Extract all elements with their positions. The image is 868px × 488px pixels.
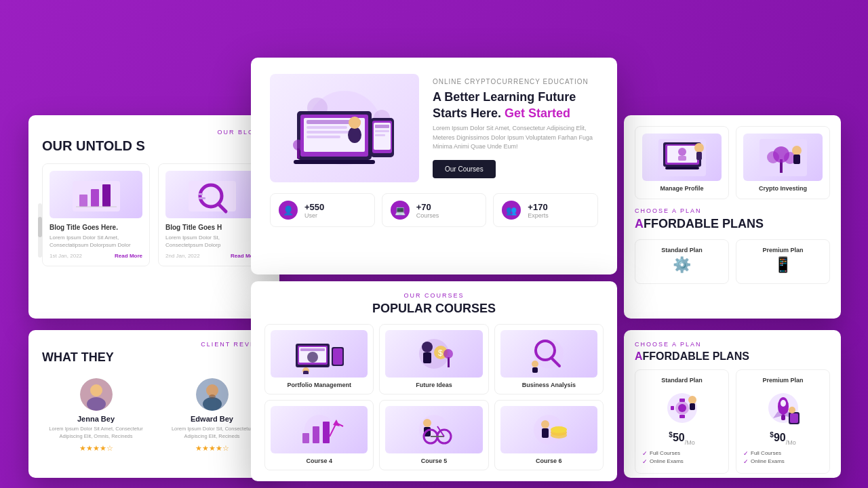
hero-title: A Better Learning Future Starts Here. Ge… bbox=[433, 89, 598, 121]
stats-row: 👤 +550 User 💻 +70 Courses 👥 +170 Experts bbox=[251, 193, 617, 235]
hero-text: Online Cryptocurrency Education A Better… bbox=[433, 78, 598, 178]
premium-plan-icon: 📱 bbox=[743, 256, 823, 274]
course-item-1[interactable]: Portfolio Management bbox=[264, 324, 374, 394]
experts-icon: 👥 bbox=[502, 201, 521, 220]
avatar-jenna bbox=[80, 378, 113, 411]
our-courses-button[interactable]: Our Courses bbox=[433, 160, 496, 178]
svg-rect-101 bbox=[690, 403, 695, 410]
crypto-thumb bbox=[743, 134, 823, 181]
svg-rect-15 bbox=[375, 130, 389, 132]
svg-rect-27 bbox=[333, 348, 342, 365]
blog-date-2: 2nd Jan, 2022 bbox=[165, 253, 200, 259]
manage-profile-thumb bbox=[642, 134, 722, 181]
svg-rect-107 bbox=[781, 415, 785, 420]
course-item-5[interactable]: Course 5 bbox=[379, 400, 488, 470]
feature-crypto-investing[interactable]: Crypto Investing bbox=[736, 126, 830, 199]
testimonial-name-1: Jenna Bey bbox=[47, 415, 144, 423]
hero-desc: Lorem Ipsum Dolor Sit Amet, Consectetur … bbox=[433, 124, 598, 152]
scroll-indicator bbox=[38, 203, 42, 258]
svg-rect-68 bbox=[199, 193, 203, 195]
stars-1: ★★★★☆ bbox=[47, 444, 144, 453]
check-icon-1: ✓ bbox=[642, 450, 648, 457]
hero-subtitle: Online Cryptocurrency Education bbox=[433, 78, 598, 85]
testimonials-title: WHAT THEY bbox=[42, 350, 266, 365]
svg-rect-20 bbox=[297, 148, 300, 159]
course-name-1: Portfolio Management bbox=[271, 382, 368, 388]
hero-section: Online Cryptocurrency Education A Better… bbox=[251, 58, 617, 193]
blog-item-1[interactable]: Blog Title Goes Here. Lorem Ipsum Dolor … bbox=[42, 163, 150, 266]
blog-read-1[interactable]: Read More bbox=[115, 253, 142, 259]
scroll-thumb bbox=[38, 217, 42, 237]
pricing-card: CHOOSE A PLAN AFFORDABLE PLANS Standard … bbox=[624, 330, 841, 478]
course-item-3[interactable]: Business Analysis bbox=[494, 324, 604, 394]
premium-plan[interactable]: Premium Plan 📱 bbox=[736, 239, 830, 284]
check-icon-4: ✓ bbox=[743, 458, 749, 465]
svg-point-17 bbox=[348, 127, 361, 143]
blog-thumb-2 bbox=[165, 171, 258, 218]
pricing-standard-name: Standard Plan bbox=[642, 377, 722, 384]
blog-footer-1: 1st Jan, 2022 Read More bbox=[50, 253, 142, 259]
premium-feature-2: ✓ Online Exams bbox=[743, 458, 823, 465]
svg-rect-109 bbox=[790, 413, 798, 423]
hero-title-line1: A Better Learning Future bbox=[433, 90, 576, 104]
svg-rect-44 bbox=[313, 426, 319, 443]
svg-point-25 bbox=[307, 352, 318, 363]
blog-title-1: Blog Title Goes Here. bbox=[50, 224, 142, 231]
blog-desc-2: Lorem Ipsum Dolor St, Consectetpsum Dolo… bbox=[165, 234, 258, 249]
svg-rect-98 bbox=[671, 406, 674, 410]
pricing-premium[interactable]: Premium Plan bbox=[736, 369, 830, 474]
svg-rect-9 bbox=[307, 136, 340, 138]
blog-thumb-1 bbox=[50, 171, 142, 218]
course-name-3: Business Analysis bbox=[500, 382, 597, 388]
course-item-2[interactable]: $ Future Ideas bbox=[379, 324, 488, 394]
svg-point-91 bbox=[792, 146, 802, 155]
standard-feature-1: ✓ Full Courses bbox=[642, 450, 722, 457]
svg-rect-7 bbox=[307, 126, 347, 129]
stat-experts-value: +170 bbox=[528, 202, 549, 212]
svg-point-75 bbox=[203, 397, 222, 411]
svg-rect-29 bbox=[303, 371, 309, 374]
check-icon-3: ✓ bbox=[743, 450, 749, 457]
pricing-premium-price: $90/Mo bbox=[743, 431, 823, 446]
testimonial-name-2: Edward Bey bbox=[163, 415, 260, 423]
standard-feature-2: ✓ Online Exams bbox=[642, 458, 722, 465]
pricing-premium-illus bbox=[743, 388, 823, 428]
course-thumb-4 bbox=[271, 406, 368, 453]
course-thumb-2: $ bbox=[385, 330, 482, 378]
svg-rect-41 bbox=[532, 367, 538, 373]
svg-rect-35 bbox=[448, 357, 450, 367]
blog-grid: Blog Title Goes Here. Lorem Ipsum Dolor … bbox=[42, 163, 266, 266]
svg-rect-14 bbox=[375, 125, 389, 128]
course-item-4[interactable]: Course 4 bbox=[264, 400, 374, 470]
svg-point-31 bbox=[422, 342, 433, 352]
svg-rect-24 bbox=[300, 348, 325, 351]
svg-point-36 bbox=[443, 349, 453, 359]
hero-svg bbox=[277, 81, 412, 176]
standard-plan[interactable]: Standard Plan ⚙️ bbox=[635, 239, 729, 284]
blog-item-2[interactable]: Blog Title Goes H Lorem Ipsum Dolor St, … bbox=[158, 163, 266, 266]
svg-rect-96 bbox=[679, 399, 685, 402]
svg-point-76 bbox=[209, 394, 216, 399]
hero-title-line2: Starts Here. bbox=[433, 106, 501, 120]
testimonial-desc-2: Lorem Ipsum Dolor Sit, Consectetur Adipi… bbox=[163, 426, 260, 440]
svg-rect-85 bbox=[696, 152, 702, 160]
course-item-6[interactable]: Course 6 bbox=[494, 400, 604, 470]
features-grid: Manage Profile Crypto bbox=[635, 126, 830, 199]
stat-courses-value: +70 bbox=[416, 202, 439, 212]
feature-name-crypto: Crypto Investing bbox=[743, 185, 823, 192]
svg-rect-56 bbox=[542, 428, 549, 438]
svg-point-72 bbox=[87, 397, 106, 411]
stat-users-value: +550 bbox=[304, 202, 324, 212]
svg-point-110 bbox=[789, 407, 795, 413]
stat-courses: 💻 +70 Courses bbox=[382, 193, 487, 227]
svg-rect-61 bbox=[79, 195, 87, 207]
svg-rect-43 bbox=[302, 433, 309, 443]
feature-manage-profile[interactable]: Manage Profile bbox=[635, 126, 729, 199]
course-name-5: Course 5 bbox=[385, 458, 482, 464]
pricing-standard-features: ✓ Full Courses ✓ Online Exams bbox=[642, 450, 722, 465]
pricing-standard[interactable]: Standard Plan bbox=[635, 369, 729, 474]
course-name-4: Course 4 bbox=[271, 458, 368, 464]
right-features-card: Manage Profile Crypto bbox=[624, 115, 841, 319]
stat-courses-info: +70 Courses bbox=[416, 202, 439, 219]
svg-rect-69 bbox=[199, 197, 205, 199]
